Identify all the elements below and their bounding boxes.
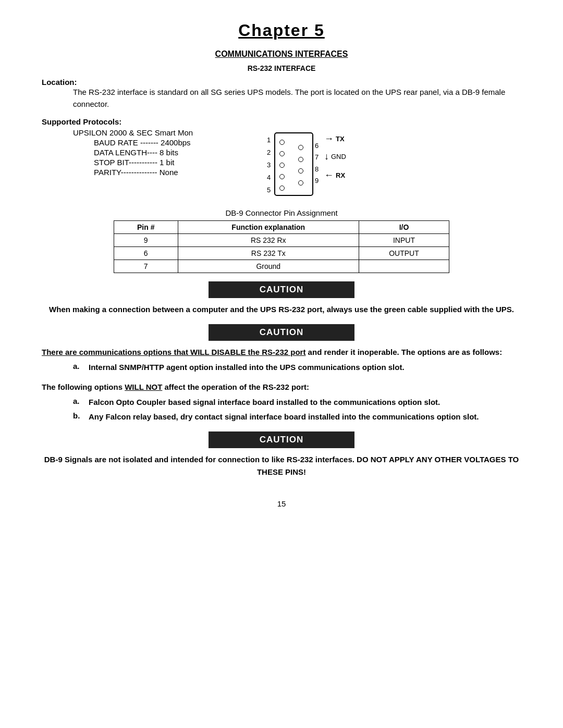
stop-bit: STOP BIT----------- 1 bit	[94, 158, 240, 167]
table-cell-function: RS 232 Rx	[178, 234, 359, 247]
table-cell-io: OUTPUT	[359, 247, 449, 260]
table-header-function: Function explanation	[178, 221, 359, 234]
pin-numbers-right: 6 7 8 9	[315, 140, 319, 187]
data-length: DATA LENGTH---- 8 bits	[94, 148, 240, 157]
following-a-text: Falcon Opto Coupler based signal interfa…	[89, 397, 440, 409]
parity: PARITY-------------- None	[94, 168, 240, 177]
following-block: The following options WILL NOT affect th…	[42, 381, 521, 423]
following-b-text: Any Falcon relay based, dry contact sign…	[89, 411, 479, 423]
caution2-a-letter: a.	[73, 362, 89, 371]
table-row: 6 RS 232 Tx OUTPUT	[114, 247, 449, 260]
caution1-box: CAUTION	[209, 281, 354, 298]
caution3-text: DB-9 Signals are not isolated and intend…	[42, 453, 521, 478]
pin-numbers-left: 1 2 3 4 5	[267, 133, 271, 196]
table-section: DB-9 Connector Pin Assignment Pin # Func…	[42, 208, 521, 273]
table-cell-pin: 6	[114, 247, 178, 260]
location-text: The RS-232 interface is standard on all …	[73, 87, 521, 110]
following-b-letter: b.	[73, 411, 89, 420]
tx-label: → TX	[324, 133, 345, 144]
table-cell-io	[359, 260, 449, 273]
sub-heading: RS-232 INTERFACE	[42, 64, 521, 72]
db9-connector-body	[274, 132, 313, 196]
caution2-text-underline: There are communications options that WI…	[42, 348, 305, 356]
upsilon-line: UPSILON 2000 & SEC Smart Mon	[73, 128, 240, 137]
table-cell-io: INPUT	[359, 234, 449, 247]
table-row: 9 RS 232 Rx INPUT	[114, 234, 449, 247]
page-number: 15	[42, 499, 521, 508]
following-a: a. Falcon Opto Coupler based signal inte…	[73, 397, 521, 409]
table-header-io: I/O	[359, 221, 449, 234]
following-underline: WILL NOT	[125, 382, 162, 391]
baud-rate: BAUD RATE ------- 2400bps	[94, 138, 240, 147]
caution1-text: When making a connection between a compu…	[42, 303, 521, 316]
table-row: 7 Ground	[114, 260, 449, 273]
caution3-box: CAUTION	[209, 431, 354, 448]
table-cell-pin: 9	[114, 234, 178, 247]
caution2-a-text: Internal SNMP/HTTP agent option installe…	[89, 362, 405, 374]
gnd-label: ↓ GND	[324, 151, 346, 162]
section-heading: COMMUNICATIONS INTERFACES	[42, 50, 521, 59]
table-cell-function: Ground	[178, 260, 359, 273]
following-text: The following options WILL NOT affect th…	[42, 381, 521, 393]
protocols-label: Supported Protocols:	[42, 117, 121, 126]
db9-diagram: 1 2 3 4 5	[261, 128, 375, 201]
rx-label: ← RX	[324, 170, 345, 181]
caution2-block: There are communications options that WI…	[42, 346, 521, 374]
caution2-box: CAUTION	[209, 324, 354, 341]
baud-block: BAUD RATE ------- 2400bps DATA LENGTH---…	[94, 138, 240, 177]
pin-table: Pin # Function explanation I/O 9 RS 232 …	[114, 220, 449, 273]
table-header-pin: Pin #	[114, 221, 178, 234]
following-b: b. Any Falcon relay based, dry contact s…	[73, 411, 521, 423]
caution2-text-part2: and render it inoperable. The options ar…	[305, 348, 502, 356]
caution2-a: a. Internal SNMP/HTTP agent option insta…	[73, 362, 521, 374]
following-a-letter: a.	[73, 397, 89, 405]
table-caption: DB-9 Connector Pin Assignment	[42, 208, 521, 217]
table-cell-pin: 7	[114, 260, 178, 273]
chapter-title: Chapter 5	[42, 21, 521, 40]
caution2-text: There are communications options that WI…	[42, 346, 521, 359]
location-label: Location:	[42, 78, 77, 87]
table-cell-function: RS 232 Tx	[178, 247, 359, 260]
